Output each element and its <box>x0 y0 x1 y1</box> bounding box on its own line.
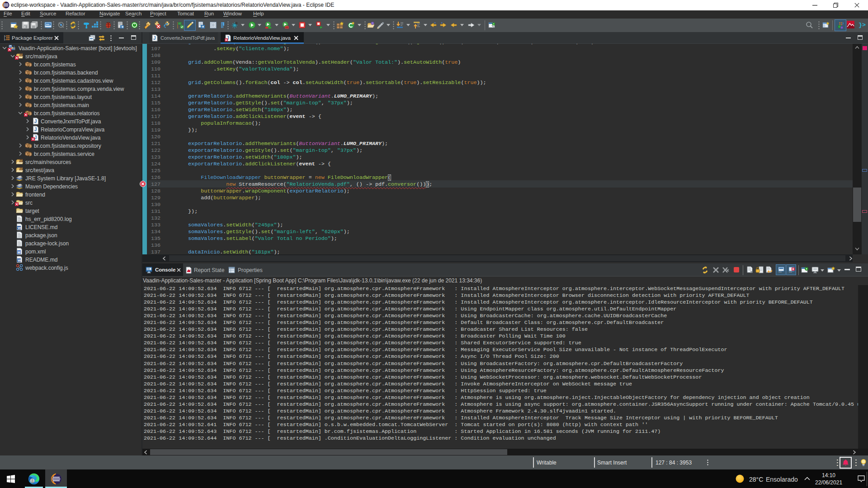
svg-text:}>: }> <box>859 22 866 28</box>
svg-text:J: J <box>153 36 156 41</box>
